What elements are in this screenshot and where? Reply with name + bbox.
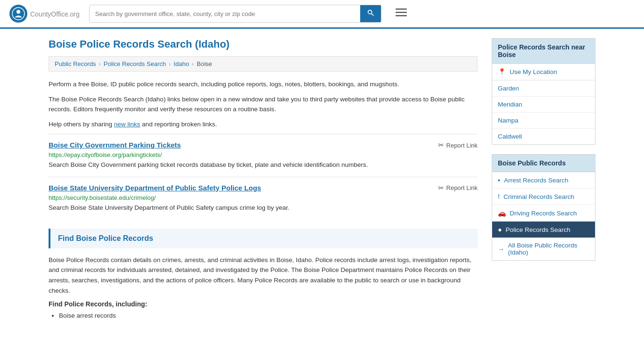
breadcrumb-police-records[interactable]: Police Records Search — [104, 60, 166, 67]
logo[interactable]: CountyOffice.org — [9, 5, 80, 23]
find-section: Find Boise Police Records — [49, 229, 478, 248]
record-entry-1: Boise City Government Parking Tickets ✂ … — [49, 134, 478, 176]
sub-heading: Find Police Records, including: — [49, 300, 478, 308]
police-icon: ● — [498, 226, 502, 233]
arrest-icon: ▪ — [498, 176, 500, 184]
report-link-icon-2: ✂ — [438, 184, 444, 192]
record-url-1: https://epay.cityofboise.org/parkingtick… — [49, 151, 478, 158]
intro-text-1: Perform a free Boise, ID public police r… — [49, 79, 478, 90]
sidebar-public-records-title: Boise Public Records — [492, 155, 595, 172]
sidebar-nearby-title: Police Records Search near Boise — [492, 39, 595, 64]
bullet-list: Boise arrest records — [49, 311, 478, 321]
record-desc-1: Search Boise City Government parking tic… — [49, 160, 478, 170]
svg-rect-6 — [396, 8, 407, 10]
criminal-icon: ! — [498, 193, 500, 200]
svg-point-3 — [20, 14, 22, 16]
sidebar-police-records[interactable]: ● Police Records Search — [492, 222, 595, 238]
breadcrumb-boise: Boise — [197, 60, 212, 67]
sidebar-city-nampa[interactable]: Nampa — [492, 113, 595, 129]
report-link-icon-1: ✂ — [438, 141, 444, 149]
record-desc-2: Search Boise State University Department… — [49, 203, 478, 213]
search-button[interactable] — [360, 5, 381, 22]
intro-text-3: Help others by sharing new links and rep… — [49, 119, 478, 130]
breadcrumb-public-records[interactable]: Public Records — [55, 60, 96, 67]
svg-rect-7 — [396, 12, 407, 13]
main-content: Boise Police Records Search (Idaho) Publ… — [49, 38, 478, 321]
report-link-btn-2[interactable]: ✂ Report Link — [438, 184, 478, 192]
svg-point-2 — [15, 14, 17, 16]
all-records-link[interactable]: → All Boise Public Records (Idaho) — [492, 238, 595, 260]
sidebar-public-records-list: ▪ Arrest Records Search ! Criminal Recor… — [492, 172, 595, 238]
info-text: Boise Police Records contain details on … — [49, 255, 478, 296]
use-location-label: Use My Location — [510, 68, 557, 75]
arrow-icon: → — [498, 246, 504, 253]
driving-icon: 🚗 — [498, 209, 506, 217]
intro-text-2: The Boise Police Records Search (Idaho) … — [49, 94, 478, 115]
report-link-btn-1[interactable]: ✂ Report Link — [438, 141, 478, 149]
sidebar-nearby-list: 📍 Use My Location Garden Meridian Nampa … — [492, 64, 595, 144]
menu-button[interactable] — [396, 8, 407, 19]
sidebar-public-records-box: Boise Public Records ▪ Arrest Records Se… — [492, 154, 595, 261]
breadcrumb: Public Records › Police Records Search ›… — [49, 56, 478, 72]
breadcrumb-idaho[interactable]: Idaho — [173, 60, 189, 67]
record-title-2[interactable]: Boise State University Department of Pub… — [49, 184, 261, 192]
search-input[interactable] — [90, 7, 360, 21]
sidebar-driving-records[interactable]: 🚗 Driving Records Search — [492, 205, 595, 222]
sidebar-city-garden[interactable]: Garden — [492, 81, 595, 97]
sidebar: Police Records Search near Boise 📍 Use M… — [492, 38, 595, 321]
svg-rect-8 — [396, 15, 407, 16]
use-location-item[interactable]: 📍 Use My Location — [492, 64, 595, 81]
svg-point-1 — [17, 10, 20, 14]
sidebar-city-meridian[interactable]: Meridian — [492, 97, 595, 113]
record-url-2: https://security.boisestate.edu/crimelog… — [49, 194, 478, 201]
sidebar-city-caldwell[interactable]: Caldwell — [492, 129, 595, 144]
logo-icon — [9, 5, 27, 23]
location-icon: 📍 — [498, 68, 506, 75]
sidebar-criminal-records[interactable]: ! Criminal Records Search — [492, 189, 595, 205]
search-bar — [89, 5, 381, 23]
page-title: Boise Police Records Search (Idaho) — [49, 38, 478, 50]
sidebar-arrest-records[interactable]: ▪ Arrest Records Search — [492, 172, 595, 189]
svg-line-5 — [371, 14, 373, 16]
logo-text: CountyOffice.org — [30, 9, 80, 19]
record-entry-2: Boise State University Department of Pub… — [49, 177, 478, 219]
find-section-title: Find Boise Police Records — [58, 234, 470, 243]
sidebar-nearby-box: Police Records Search near Boise 📍 Use M… — [492, 38, 595, 145]
list-item: Boise arrest records — [59, 311, 478, 321]
new-links-link[interactable]: new links — [114, 121, 140, 128]
record-title-1[interactable]: Boise City Government Parking Tickets — [49, 141, 181, 149]
